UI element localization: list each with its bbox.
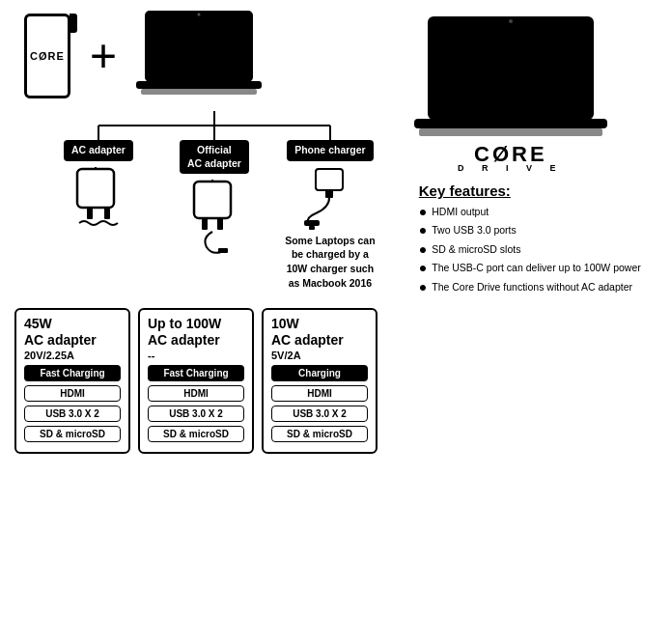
adapters-row: AC adapter — [50, 140, 378, 290]
svg-rect-19 — [316, 169, 343, 190]
badge-hdmi-3: HDMI — [271, 385, 368, 402]
svg-rect-18 — [218, 248, 228, 253]
feature-sd-text: SD & microSD slots — [432, 242, 520, 256]
some-laptops-text: Some Laptops can be charged by a 10W cha… — [282, 234, 378, 291]
key-features: Key features: ● HDMI output ● Two USB 3.… — [414, 182, 641, 298]
badge-hdmi-1: HDMI — [24, 385, 121, 402]
svg-rect-4 — [141, 89, 257, 95]
svg-point-25 — [509, 19, 513, 23]
ac-adapter-icon — [70, 167, 127, 230]
device-body: CØRE — [24, 14, 70, 98]
bullet-icon: ● — [419, 242, 427, 257]
core-device: CØRE — [24, 14, 70, 98]
feature-item-usb: ● Two USB 3.0 ports — [419, 223, 641, 238]
adapter-col-phone: Phone charger Some Laptops ca — [282, 140, 378, 290]
badge-usb-2: USB 3.0 X 2 — [148, 406, 244, 422]
adapter-label-official: OfficialAC adapter — [180, 140, 249, 174]
svg-rect-3 — [136, 81, 262, 89]
key-features-title: Key features: — [419, 182, 641, 199]
top-section: CØRE + — [14, 10, 657, 298]
badge-sd-3: SD & microSD — [271, 426, 368, 442]
svg-rect-10 — [77, 169, 114, 208]
adapter-card-10w: 10WAC adapter 5V/2A Charging HDMI USB 3.… — [262, 308, 377, 454]
svg-rect-12 — [104, 208, 110, 219]
card-45w-title: 45WAC adapter — [24, 316, 121, 349]
official-ac-icon — [182, 180, 245, 257]
feature-item-noadapter: ● The Core Drive functions without AC ad… — [419, 280, 641, 294]
svg-rect-21 — [304, 220, 320, 226]
svg-rect-14 — [194, 182, 231, 218]
badge-sd-1: SD & microSD — [24, 426, 121, 442]
svg-point-2 — [198, 14, 201, 16]
card-45w-subtitle: 20V/2.25A — [24, 350, 121, 361]
badge-hdmi-2: HDMI — [148, 385, 244, 402]
core-drive-laptop-icon — [414, 14, 607, 140]
phone-charger-icon — [296, 167, 364, 230]
tree-connectors — [50, 111, 378, 140]
svg-rect-26 — [414, 119, 607, 128]
adapter-col-ac: AC adapter — [50, 140, 147, 230]
right-section: CØRE D R I V E Key features: ● HDMI outp… — [414, 10, 657, 298]
svg-rect-24 — [435, 24, 586, 113]
badge-charging-3: Charging — [271, 365, 368, 381]
bullet-icon: ● — [419, 205, 427, 219]
main-container: CØRE + — [0, 0, 671, 644]
adapter-card-45w: 45WAC adapter 20V/2.25A Fast Charging HD… — [14, 308, 130, 454]
adapter-label-ac: AC adapter — [64, 140, 133, 161]
bullet-icon: ● — [419, 261, 427, 275]
left-diagram: CØRE + — [14, 10, 414, 290]
svg-rect-27 — [419, 128, 602, 136]
core-drive-logo-block: CØRE D R I V E — [414, 142, 607, 173]
adapter-col-official: OfficialAC adapter — [166, 140, 263, 257]
laptop-illustration — [136, 10, 262, 101]
svg-rect-20 — [325, 190, 333, 198]
badge-fast-charging-1: Fast Charging — [24, 365, 121, 381]
badge-usb-3: USB 3.0 X 2 — [271, 406, 368, 422]
card-10w-subtitle: 5V/2A — [271, 350, 368, 361]
feature-usbc-text: The USB-C port can deliver up to 100W po… — [432, 261, 641, 274]
core-drive-sub: D R I V E — [414, 163, 607, 173]
bullet-icon: ● — [419, 280, 427, 294]
plus-sign: + — [90, 33, 117, 79]
svg-rect-1 — [151, 16, 247, 76]
svg-rect-15 — [202, 218, 208, 230]
svg-rect-22 — [309, 226, 315, 230]
bottom-cards: 45WAC adapter 20V/2.25A Fast Charging HD… — [14, 308, 657, 454]
device-logo-text: CØRE — [30, 50, 65, 62]
card-100w-title: Up to 100WAC adapter — [148, 316, 244, 349]
feature-item-hdmi: ● HDMI output — [419, 205, 641, 219]
badge-sd-2: SD & microSD — [148, 426, 244, 442]
feature-item-usbc: ● The USB-C port can deliver up to 100W … — [419, 261, 641, 275]
svg-rect-16 — [217, 218, 223, 230]
badge-fast-charging-2: Fast Charging — [148, 365, 244, 381]
svg-rect-11 — [87, 208, 93, 219]
adapter-label-phone: Phone charger — [287, 140, 374, 161]
feature-hdmi-text: HDMI output — [432, 205, 489, 218]
badge-usb-1: USB 3.0 X 2 — [24, 406, 121, 422]
charger-tree: AC adapter — [14, 111, 414, 290]
card-10w-title: 10WAC adapter — [271, 316, 368, 349]
feature-noadapter-text: The Core Drive functions without AC adap… — [432, 280, 632, 294]
feature-item-sd: ● SD & microSD slots — [419, 242, 641, 257]
device-row: CØRE + — [14, 10, 414, 101]
adapter-card-100w: Up to 100WAC adapter -- Fast Charging HD… — [138, 308, 254, 454]
bullet-icon: ● — [419, 223, 427, 238]
card-100w-dash: -- — [148, 350, 244, 361]
feature-usb-text: Two USB 3.0 ports — [432, 223, 517, 237]
